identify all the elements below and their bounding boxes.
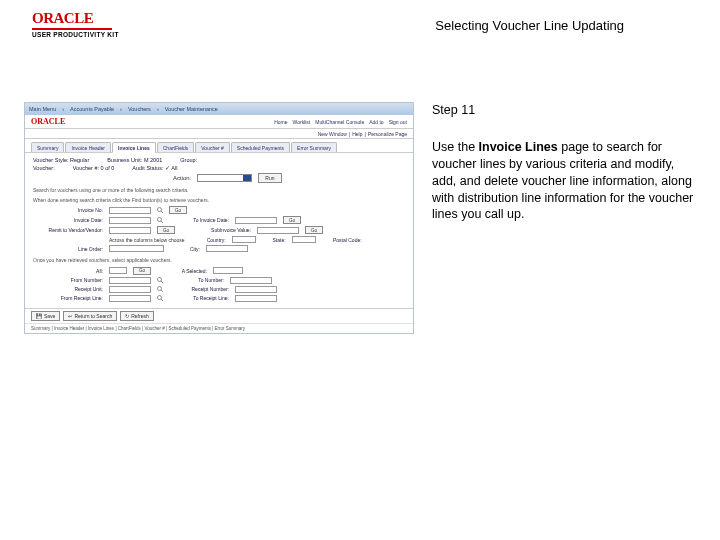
- logo-divider: [32, 28, 112, 30]
- mini-bottom-buttons: 💾 Save ↩ Return to Search ↻ Refresh: [25, 308, 413, 323]
- mini-footer-links: Summary | Invoice Header | Invoice Lines…: [25, 323, 413, 333]
- mini-tabs: Summary Invoice Header Invoice Lines Cha…: [25, 139, 413, 153]
- mini-run-button: Run: [258, 173, 281, 183]
- mini-refresh-button: ↻ Refresh: [120, 311, 154, 321]
- mini-subbar: New Window | Help | Personalize Page: [25, 129, 413, 139]
- mini-form-row: From Receipt Line: To Receipt Line:: [33, 295, 405, 302]
- upk-subtitle: USER PRODUCTIVITY KIT: [32, 31, 119, 38]
- lookup-icon: [157, 295, 163, 301]
- mini-form-row: Across the columns below choose Country:…: [33, 236, 405, 243]
- mini-form-row: Receipt Unit: Receipt Number:: [33, 286, 405, 293]
- mini-form-row: Invoice No: Go: [33, 206, 405, 214]
- lookup-icon: [157, 286, 163, 292]
- mini-return-button: ↩ Return to Search: [63, 311, 117, 321]
- mini-form-row: Line Order: City:: [33, 245, 405, 252]
- svg-point-2: [158, 218, 162, 222]
- mini-tab: Scheduled Payments: [231, 142, 290, 152]
- mini-instruction: When done entering search criteria click…: [33, 197, 405, 204]
- oracle-upk-logo: ORACLE USER PRODUCTIVITY KIT: [32, 10, 119, 38]
- save-icon: 💾: [36, 313, 42, 319]
- mini-instruction: Once you have retrieved vouchers, select…: [33, 257, 405, 264]
- mini-form-row: Invoice Date: To Invoice Date: Go: [33, 216, 405, 224]
- screenshot-thumbnail: Main Menu › Accounts Payable › Vouchers …: [24, 102, 414, 334]
- mini-top-links: Home Worklist MultiChannel Console Add t…: [274, 119, 407, 125]
- mini-form-row: From Number: To Number:: [33, 277, 405, 284]
- svg-line-9: [161, 299, 163, 301]
- mini-form-row: All: Go A Selected:: [33, 267, 405, 275]
- svg-point-6: [158, 287, 162, 291]
- mini-action-row: Action: Run: [173, 173, 405, 183]
- mini-form-row: Remit to Vendor/Vendor: Go SubInvoice Va…: [33, 226, 405, 234]
- svg-point-4: [158, 278, 162, 282]
- mini-tab: Summary: [31, 142, 64, 152]
- svg-line-3: [161, 221, 163, 223]
- mini-breadcrumb: Main Menu › Accounts Payable › Vouchers …: [25, 103, 413, 115]
- page-title: Selecting Voucher Line Updating: [435, 18, 624, 33]
- mini-tab: Error Summary: [291, 142, 337, 152]
- mini-tab-active: Invoice Lines: [112, 142, 156, 153]
- mini-save-button: 💾 Save: [31, 311, 60, 321]
- refresh-icon: ↻: [125, 313, 129, 319]
- mini-header-row: Voucher Style: Regular Business Unit: M …: [33, 157, 405, 163]
- svg-line-7: [161, 290, 163, 292]
- mini-tab: ChartFields: [157, 142, 195, 152]
- step-label: Step 11: [432, 102, 696, 119]
- instruction-text: Use the Invoice Lines page to search for…: [432, 139, 696, 223]
- mini-instruction: Search for vouchers using one or more of…: [33, 187, 405, 194]
- lookup-icon: [157, 217, 163, 223]
- mini-tab: Voucher #: [195, 142, 230, 152]
- return-icon: ↩: [68, 313, 72, 319]
- mini-oracle-logo: ORACLE: [31, 117, 65, 126]
- mini-header-row2: Voucher: Voucher #: 0 of 0 Audit Status:…: [33, 165, 405, 171]
- svg-point-0: [158, 208, 162, 212]
- svg-line-1: [161, 211, 163, 213]
- lookup-icon: [157, 207, 163, 213]
- svg-point-8: [158, 296, 162, 300]
- svg-line-5: [161, 281, 163, 283]
- oracle-logo-text: ORACLE: [32, 10, 119, 27]
- mini-action-dropdown: [197, 174, 252, 182]
- lookup-icon: [157, 277, 163, 283]
- mini-tab: Invoice Header: [65, 142, 111, 152]
